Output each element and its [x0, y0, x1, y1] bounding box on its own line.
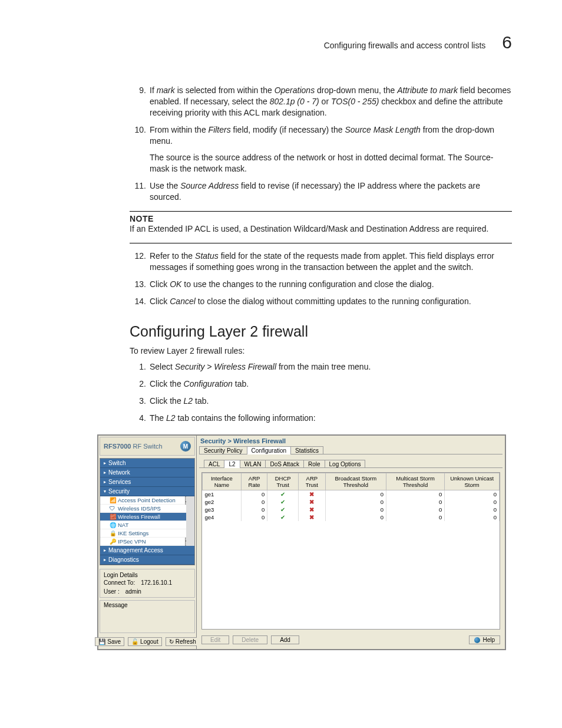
- sidebar: RFS7000 RF Switch M Switch Network Servi…: [98, 436, 197, 649]
- help-icon: [474, 637, 480, 643]
- connect-value: 172.16.10.1: [141, 579, 172, 586]
- step-number: 3.: [130, 396, 150, 407]
- content-panel: Security > Wireless Firewall Security Po…: [197, 436, 505, 649]
- col-unknown[interactable]: Unknown Unicast Storm: [445, 473, 500, 490]
- steps-group-c: 12. Refer to the Status field for the st…: [130, 251, 512, 307]
- nav-sub-apd[interactable]: 📶Access Point Detection: [100, 496, 186, 505]
- note-rule-bottom: [130, 243, 512, 243]
- tabs-level1: Security Policy Configuration Statistics: [197, 446, 505, 454]
- tab-wlan[interactable]: WLAN: [240, 460, 266, 468]
- col-bcast[interactable]: Broadcast Storm Threshold: [325, 473, 386, 490]
- step-number: 13.: [130, 279, 150, 290]
- tab-log[interactable]: Log Options: [325, 460, 366, 468]
- ap-icon: 📶: [110, 497, 115, 503]
- login-details: Login Details Connect To: 172.16.10.1 Us…: [100, 569, 195, 598]
- message-label: Message: [104, 602, 128, 608]
- delete-button[interactable]: Delete: [233, 635, 267, 644]
- col-interface[interactable]: Interface Name: [203, 473, 242, 490]
- steps-group-d: 1. Select Security > Wireless Firewall f…: [130, 361, 512, 424]
- chapter-number: 6: [502, 32, 512, 52]
- logout-button[interactable]: 🔓Logout: [128, 637, 162, 646]
- logout-icon: 🔓: [131, 638, 138, 645]
- tab-l2[interactable]: L2: [224, 460, 240, 468]
- tab-dos[interactable]: DoS Attack: [265, 460, 303, 468]
- note-label: NOTE: [130, 214, 512, 223]
- col-arp-trust[interactable]: ARP Trust: [298, 473, 325, 490]
- table-row[interactable]: ge30✔✖000: [203, 506, 500, 513]
- nav-sub-ids[interactable]: 🛡Wireless IDS/IPS: [100, 505, 186, 513]
- section-intro: To review Layer 2 firewall rules:: [130, 346, 512, 355]
- note-rule-top: [130, 211, 512, 212]
- table-row[interactable]: ge10✔✖000: [203, 490, 500, 499]
- tab-acl[interactable]: ACL: [204, 460, 224, 468]
- nav-sub-ipsec[interactable]: 🔑IPSec VPN: [100, 538, 186, 546]
- step-number: 2.: [130, 378, 150, 390]
- tab-role[interactable]: Role: [303, 460, 325, 468]
- nav-tree: Switch Network Services Security 📶Access…: [100, 458, 195, 565]
- refresh-button[interactable]: ↻Refresh: [166, 637, 200, 646]
- nav-sub-ike[interactable]: 🔒IKE Settings: [100, 529, 186, 538]
- table-row[interactable]: ge20✔✖000: [203, 498, 500, 506]
- save-icon: 💾: [98, 638, 105, 645]
- step-text: The L2 tab contains the following inform…: [150, 413, 512, 424]
- user-label: User :: [104, 588, 120, 595]
- step-text: Select Security > Wireless Firewall from…: [150, 361, 512, 373]
- brand-suffix: RF Switch: [133, 443, 163, 450]
- page-header: Configuring firewalls and access control…: [50, 32, 512, 52]
- scroll-up-icon[interactable]: ▴: [185, 496, 194, 505]
- nav-item-switch[interactable]: Switch: [100, 459, 194, 468]
- step-number: 11.: [130, 180, 150, 203]
- brand-logo-icon: M: [180, 441, 191, 452]
- step-subtext: The source is the source address of the …: [150, 152, 512, 174]
- brand-text: RFS7000 RF Switch: [104, 443, 163, 450]
- edit-button[interactable]: Edit: [201, 635, 229, 644]
- l2-table: Interface Name ARP Rate DHCP Trust ARP T…: [201, 472, 500, 630]
- lock-icon: 🔒: [110, 530, 115, 536]
- col-mcast[interactable]: Multicast Storm Threshold: [386, 473, 444, 490]
- scroll-down-icon[interactable]: ▾: [185, 538, 194, 546]
- refresh-icon: ↻: [169, 638, 174, 645]
- steps-group-a: 9. If mark is selected from within the O…: [130, 85, 512, 146]
- col-dhcp-trust[interactable]: DHCP Trust: [267, 473, 299, 490]
- step-text: Refer to the Status field for the state …: [150, 251, 512, 273]
- sidebar-buttons: 💾Save 🔓Logout ↻Refresh: [100, 635, 195, 648]
- step-number: 9.: [130, 85, 150, 118]
- nav-sub-firewall[interactable]: 🧱Wireless Firewall: [100, 513, 186, 521]
- header-title: Configuring firewalls and access control…: [324, 41, 486, 50]
- nav-item-services[interactable]: Services: [100, 477, 194, 487]
- nav-item-diag[interactable]: Diagnostics: [100, 555, 194, 565]
- ids-icon: 🛡: [110, 505, 115, 512]
- step-text: Use the Source Address field to revise (…: [150, 180, 512, 203]
- brand-panel: RFS7000 RF Switch M: [100, 437, 195, 456]
- nav-sub-nat[interactable]: 🌐NAT: [100, 521, 186, 529]
- col-arp-rate[interactable]: ARP Rate: [241, 473, 267, 490]
- step-text: Click OK to use the changes to the runni…: [150, 279, 512, 290]
- table-row[interactable]: ge40✔✖000: [203, 513, 500, 521]
- tab-configuration[interactable]: Configuration: [247, 446, 291, 454]
- step-text: Click Cancel to close the dialog without…: [150, 296, 512, 307]
- section-heading: Configuring Layer 2 firewall: [130, 323, 512, 340]
- step-number: 12.: [130, 251, 150, 273]
- tab-statistics[interactable]: Statistics: [290, 446, 323, 454]
- action-buttons: Edit Delete Add Help: [197, 632, 505, 649]
- note-text: If an Extended IP ACL is used, a Destina…: [130, 223, 512, 235]
- message-box: Message: [100, 600, 195, 633]
- nav-item-mgmt[interactable]: Management Access: [100, 546, 194, 555]
- key-icon: 🔑: [110, 538, 115, 545]
- help-button[interactable]: Help: [469, 635, 500, 644]
- nav-item-network[interactable]: Network: [100, 468, 194, 477]
- app-screenshot: RFS7000 RF Switch M Switch Network Servi…: [97, 434, 506, 650]
- brand-model: RFS7000: [104, 443, 131, 450]
- step-text: If mark is selected from within the Oper…: [150, 85, 512, 118]
- step-text: From within the Filters field, modify (i…: [150, 124, 512, 147]
- step-number: 4.: [130, 413, 150, 424]
- step-text: Click the L2 tab.: [150, 396, 512, 407]
- tabs-level2: ACL L2 WLAN DoS Attack Role Log Options: [197, 460, 505, 468]
- add-button[interactable]: Add: [271, 635, 299, 644]
- tab-security-policy[interactable]: Security Policy: [199, 446, 247, 454]
- login-title: Login Details: [104, 572, 191, 578]
- nav-item-security[interactable]: Security: [100, 487, 194, 496]
- step-number: 10.: [130, 124, 150, 147]
- step-number: 1.: [130, 361, 150, 373]
- save-button[interactable]: 💾Save: [95, 637, 124, 646]
